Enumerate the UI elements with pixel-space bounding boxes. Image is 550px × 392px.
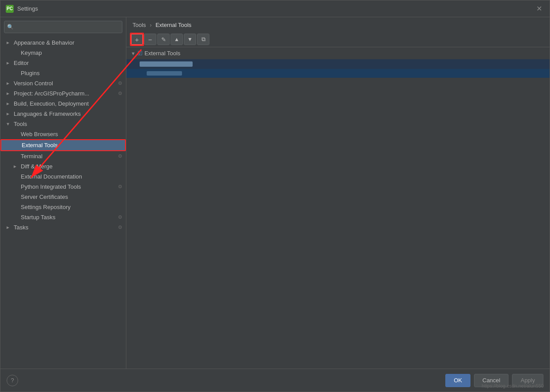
tree-row[interactable] [126, 69, 550, 78]
settings-icon: ⚙ [118, 80, 122, 86]
arrow-icon [6, 61, 12, 65]
arrow-icon [6, 101, 12, 106]
sidebar-item-label: Server Certificates [21, 194, 122, 200]
breadcrumb-parent: Tools [133, 22, 146, 28]
nav-tree: Appearance & Behavior Keymap Editor Plug… [0, 36, 126, 234]
sidebar-item-keymap[interactable]: Keymap [0, 48, 126, 58]
sidebar-item-label: Appearance & Behavior [14, 39, 122, 46]
sidebar-item-tools[interactable]: Tools [0, 119, 126, 129]
sidebar-item-label: Startup Tasks [21, 214, 116, 221]
tree-group-header[interactable]: ▼ ☑ External Tools [126, 47, 550, 59]
sidebar-item-external-tools[interactable]: External Tools [0, 139, 126, 151]
settings-icon: ⚙ [118, 91, 122, 96]
settings-icon: ⚙ [118, 225, 122, 230]
sidebar-item-diff-merge[interactable]: Diff & Merge [0, 161, 126, 171]
sidebar-item-label: Python Integrated Tools [21, 183, 116, 190]
sidebar-item-label: Diff & Merge [21, 163, 122, 170]
settings-icon: ⚙ [118, 184, 122, 190]
sidebar-item-label: Version Control [14, 80, 116, 87]
tree-expand-icon: ▼ [131, 51, 136, 56]
add-button[interactable]: + [131, 34, 143, 45]
sidebar-item-label: External Documentation [21, 173, 122, 180]
sidebar-item-label: Project: ArcGISProPycharm... [14, 90, 116, 97]
breadcrumb-current: External Tools [156, 22, 191, 28]
sidebar-item-label: Plugins [21, 70, 122, 76]
breadcrumb: Tools › External Tools [126, 17, 550, 32]
main-content: Tools › External Tools + − ✎ ▲ ▼ ⧉ [126, 17, 550, 369]
sidebar-item-terminal[interactable]: Terminal ⚙ [0, 151, 126, 161]
arrow-icon [13, 164, 19, 169]
edit-button[interactable]: ✎ [157, 34, 170, 45]
copy-button[interactable]: ⧉ [197, 34, 209, 45]
sidebar-item-label: Tasks [14, 224, 116, 231]
sidebar-item-server-certs[interactable]: Server Certificates [0, 192, 126, 202]
arrow-icon [6, 111, 12, 116]
sidebar-item-label: Settings Repository [21, 204, 122, 210]
sidebar-item-python-tools[interactable]: Python Integrated Tools ⚙ [0, 182, 126, 192]
arrow-icon [6, 225, 12, 230]
sidebar-item-languages[interactable]: Languages & Frameworks [0, 109, 126, 119]
sidebar-item-label: Terminal [21, 153, 116, 160]
toolbar: + − ✎ ▲ ▼ ⧉ [126, 32, 550, 47]
sidebar-item-label: Keymap [21, 49, 122, 56]
tree-row[interactable] [126, 59, 550, 69]
group-checkbox[interactable]: ☑ [137, 50, 143, 57]
settings-icon: ⚙ [118, 214, 122, 220]
breadcrumb-separator: › [150, 22, 152, 28]
close-button[interactable]: ✕ [534, 4, 544, 14]
sidebar-item-web-browsers[interactable]: Web Browsers [0, 129, 126, 139]
sidebar-item-settings-repo[interactable]: Settings Repository [0, 202, 126, 212]
help-button[interactable]: ? [7, 375, 18, 386]
bottom-bar: ? OK Cancel Apply https://blog.csdn.net/… [0, 369, 550, 392]
search-input[interactable] [15, 24, 119, 30]
settings-icon: ⚙ [118, 153, 122, 159]
arrow-icon [6, 40, 12, 45]
sidebar-item-label: Languages & Frameworks [14, 110, 122, 117]
tree-panel: ▼ ☑ External Tools [126, 47, 550, 369]
window-title: Settings [17, 5, 38, 12]
sidebar-item-project[interactable]: Project: ArcGISProPycharm... ⚙ [0, 88, 126, 99]
move-up-button[interactable]: ▲ [171, 34, 183, 45]
arrow-icon [6, 81, 12, 86]
arrow-icon [6, 91, 12, 96]
ok-button[interactable]: OK [445, 374, 470, 387]
search-icon: 🔍 [7, 24, 14, 30]
sidebar-item-external-doc[interactable]: External Documentation [0, 171, 126, 182]
tree-group-label: External Tools [144, 50, 180, 57]
sidebar-item-version-control[interactable]: Version Control ⚙ [0, 78, 126, 88]
sidebar-item-label: Editor [14, 60, 122, 66]
sidebar-item-tasks[interactable]: Tasks ⚙ [0, 222, 126, 232]
sidebar: 🔍 Appearance & Behavior Keymap Editor [0, 17, 126, 369]
sidebar-item-editor[interactable]: Editor [0, 58, 126, 68]
sidebar-item-build[interactable]: Build, Execution, Deployment [0, 99, 126, 109]
title-bar: PC Settings ✕ [0, 0, 550, 17]
search-box[interactable]: 🔍 [4, 21, 122, 33]
url-label: https://blog.csdn.net/alun550 [482, 383, 544, 388]
arrow-icon [6, 122, 12, 126]
sidebar-item-label: Tools [14, 121, 122, 127]
sidebar-item-label: External Tools [22, 142, 121, 148]
app-icon: PC [6, 5, 14, 13]
sidebar-item-label: Build, Execution, Deployment [14, 100, 122, 107]
sidebar-item-label: Web Browsers [21, 131, 122, 137]
sidebar-item-appearance[interactable]: Appearance & Behavior [0, 38, 126, 48]
sidebar-item-plugins[interactable]: Plugins [0, 68, 126, 78]
move-down-button[interactable]: ▼ [184, 34, 196, 45]
sidebar-item-startup-tasks[interactable]: Startup Tasks ⚙ [0, 212, 126, 222]
remove-button[interactable]: − [144, 34, 156, 45]
